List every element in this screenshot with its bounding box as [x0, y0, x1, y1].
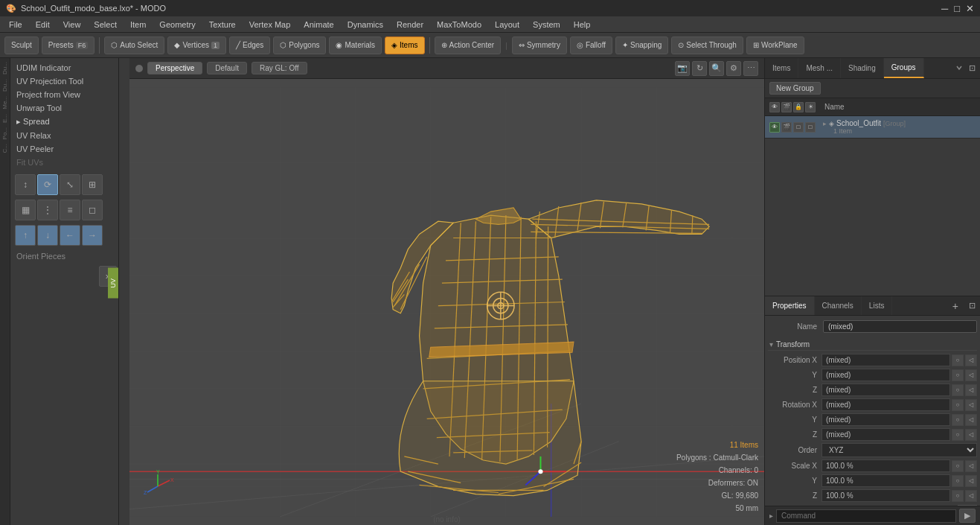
- command-input[interactable]: [776, 509, 956, 523]
- viewport-3d[interactable]: X Y Z 11 Items Polygons : Catmull-Clark …: [129, 79, 764, 525]
- vp-more-icon[interactable]: ⋯: [743, 61, 758, 76]
- scale-x-reset-btn[interactable]: ○: [952, 460, 964, 472]
- vp-search-icon[interactable]: 🔍: [709, 61, 724, 76]
- minimize-button[interactable]: ─: [941, 3, 948, 14]
- menu-render[interactable]: Render: [391, 19, 429, 31]
- presets-button[interactable]: Presets F6: [42, 36, 95, 54]
- pos-z-reset-btn[interactable]: ○: [952, 384, 964, 396]
- vp-raygl-btn[interactable]: Ray GL: Off: [252, 62, 307, 74]
- props-expand-button[interactable]: ⊡: [964, 299, 980, 313]
- tool-spread[interactable]: ▸ Spread: [12, 115, 117, 129]
- tab-expand-icon[interactable]: ⊡: [964, 60, 980, 76]
- pos-y-anim-btn[interactable]: ◁: [965, 369, 977, 381]
- vp-default-btn[interactable]: Default: [207, 62, 247, 74]
- vertices-button[interactable]: ◆ Vertices 1: [167, 36, 226, 54]
- rot-y-anim-btn[interactable]: ◁: [965, 414, 977, 426]
- pos-z-anim-btn[interactable]: ◁: [965, 384, 977, 396]
- menu-maxtomodo[interactable]: MaxToModo: [431, 19, 487, 31]
- tab-groups[interactable]: Groups: [884, 58, 924, 78]
- groups-solo-icon[interactable]: ☀: [805, 102, 816, 112]
- tool-fit-uvs[interactable]: Fit UVs: [12, 156, 117, 169]
- tool-udim-indicator[interactable]: UDIM Indicator: [12, 61, 117, 74]
- command-execute-btn[interactable]: ▶: [959, 509, 976, 523]
- groups-render-icon[interactable]: 🎬: [781, 102, 792, 112]
- tool-unwrap-tool[interactable]: Unwrap Tool: [12, 101, 117, 115]
- menu-geometry[interactable]: Geometry: [153, 19, 201, 31]
- tool-icon-move[interactable]: ↕: [15, 174, 36, 195]
- pos-x-field[interactable]: (mixed): [822, 354, 950, 366]
- tool-icon-right[interactable]: →: [82, 225, 103, 246]
- group-vis-toggle[interactable]: 👁: [769, 122, 780, 133]
- tool-uv-peeler[interactable]: UV Peeler: [12, 142, 117, 156]
- scale-y-field[interactable]: 100.0 %: [822, 474, 950, 487]
- group-solo-toggle[interactable]: □: [805, 122, 816, 133]
- new-group-button[interactable]: New Group: [769, 82, 821, 95]
- falloff-button[interactable]: ◎ Falloff: [570, 36, 612, 54]
- tool-icon-rotate[interactable]: ⟳: [37, 174, 58, 195]
- props-add-button[interactable]: +: [947, 298, 964, 314]
- select-through-button[interactable]: ⊙ Select Through: [671, 36, 743, 54]
- tool-icon-lines[interactable]: ≡: [60, 200, 80, 220]
- tool-icon-transform[interactable]: ⊞: [82, 174, 103, 195]
- menu-system[interactable]: System: [527, 19, 566, 31]
- rot-x-anim-btn[interactable]: ◁: [965, 399, 977, 411]
- scale-y-reset-btn[interactable]: ○: [952, 475, 964, 487]
- rot-z-field[interactable]: (mixed): [822, 428, 950, 441]
- menu-vertex-map[interactable]: Vertex Map: [243, 19, 297, 31]
- sculpt-button[interactable]: Sculpt: [4, 36, 39, 54]
- menu-view[interactable]: View: [57, 19, 87, 31]
- tool-project-from-view[interactable]: Project from View: [12, 88, 117, 101]
- pos-z-field[interactable]: (mixed): [822, 384, 950, 396]
- menu-select[interactable]: Select: [88, 19, 123, 31]
- uv-tab[interactable]: UV: [108, 268, 118, 299]
- menu-edit[interactable]: Edit: [30, 19, 56, 31]
- groups-lock-icon[interactable]: 🔒: [793, 102, 804, 112]
- tab-mesh[interactable]: Mesh ...: [798, 58, 841, 78]
- rot-y-reset-btn[interactable]: ○: [952, 414, 964, 426]
- materials-button[interactable]: ◉ Materials: [329, 36, 382, 54]
- order-select[interactable]: XYZXZYYXZYZXZXYZYX: [822, 443, 977, 457]
- tool-icon-dots[interactable]: ⋮: [37, 200, 58, 220]
- vp-refresh-icon[interactable]: ↻: [692, 61, 707, 76]
- snapping-button[interactable]: ✦ Snapping: [615, 36, 668, 54]
- tool-uv-projection[interactable]: UV Projection Tool: [12, 74, 117, 88]
- tool-icon-scale[interactable]: ⤡: [60, 174, 80, 195]
- close-button[interactable]: ✕: [966, 3, 974, 14]
- vp-perspective-btn[interactable]: Perspective: [147, 62, 202, 74]
- tab-more-icon[interactable]: [954, 63, 964, 74]
- items-button[interactable]: ◈ Items: [385, 36, 424, 54]
- tool-icon-up[interactable]: ↑: [15, 225, 36, 246]
- name-value-box[interactable]: (mixed): [823, 320, 977, 333]
- tool-orient-pieces[interactable]: Orient Pieces: [12, 249, 117, 263]
- pos-x-anim-btn[interactable]: ◁: [965, 354, 977, 366]
- scale-z-field[interactable]: 100.0 %: [822, 489, 950, 502]
- scale-y-anim-btn[interactable]: ◁: [965, 475, 977, 487]
- menu-help[interactable]: Help: [568, 19, 597, 31]
- tool-icon-down[interactable]: ↓: [37, 225, 58, 246]
- vp-camera-icon[interactable]: 📷: [675, 61, 690, 76]
- symmetry-button[interactable]: ⇔ Symmetry: [512, 36, 567, 54]
- polygons-button[interactable]: ⬡ Polygons: [273, 36, 326, 54]
- pos-y-reset-btn[interactable]: ○: [952, 369, 964, 381]
- props-tab-lists[interactable]: Lists: [862, 296, 893, 315]
- workplane-button[interactable]: ⊞ WorkPlane: [746, 36, 804, 54]
- tool-icon-left[interactable]: ←: [60, 225, 80, 246]
- menu-texture[interactable]: Texture: [203, 19, 242, 31]
- props-tab-channels[interactable]: Channels: [815, 296, 862, 315]
- vp-settings-icon[interactable]: ⚙: [726, 61, 741, 76]
- scale-x-anim-btn[interactable]: ◁: [965, 460, 977, 472]
- menu-layout[interactable]: Layout: [489, 19, 525, 31]
- rot-y-field[interactable]: (mixed): [822, 413, 950, 426]
- rot-x-reset-btn[interactable]: ○: [952, 399, 964, 411]
- props-tab-properties[interactable]: Properties: [765, 296, 815, 315]
- edges-button[interactable]: ╱ Edges: [229, 36, 270, 54]
- rot-x-field[interactable]: (mixed): [822, 398, 950, 411]
- menu-dynamics[interactable]: Dynamics: [342, 19, 389, 31]
- scale-x-field[interactable]: 100.0 %: [822, 459, 950, 472]
- rot-z-anim-btn[interactable]: ◁: [965, 429, 977, 441]
- tool-uv-relax[interactable]: UV Relax: [12, 129, 117, 142]
- pos-y-field[interactable]: (mixed): [822, 369, 950, 381]
- tab-items[interactable]: Items: [765, 58, 798, 78]
- rot-z-reset-btn[interactable]: ○: [952, 429, 964, 441]
- scale-z-anim-btn[interactable]: ◁: [965, 490, 977, 502]
